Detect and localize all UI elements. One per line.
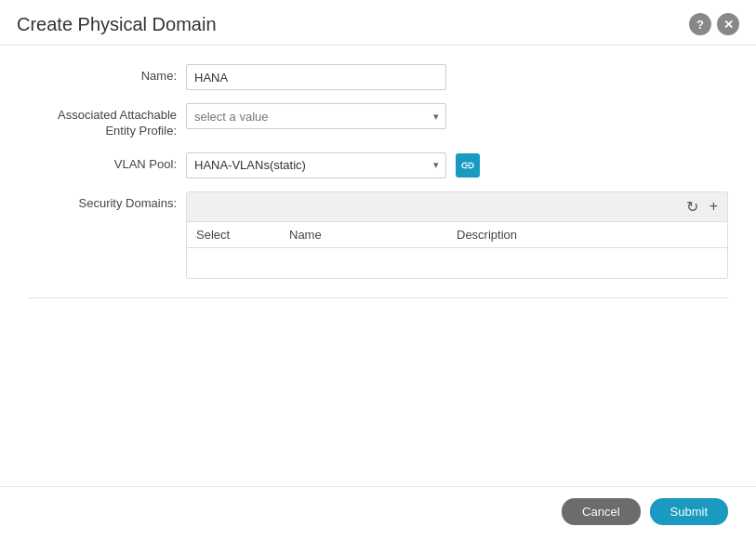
divider [28,297,728,298]
create-physical-domain-dialog: Create Physical Domain ? ✕ Name: Associa… [0,0,756,540]
security-table-head: Select Name Description [187,222,727,248]
refresh-icon: ↻ [686,198,698,216]
entity-profile-select-wrap: select a value ▾ [186,103,446,129]
security-table-wrap: ↻ + Select Name Descriptio [186,191,728,279]
dialog-footer: Cancel Submit [0,486,756,540]
help-button[interactable]: ? [689,13,711,35]
security-table-toolbar: ↻ + [187,192,727,222]
vlan-pool-label: VLAN Pool: [28,152,186,173]
vlan-pool-select-wrap: HANA-VLANs(static) ▾ [186,152,446,178]
header-icons: ? ✕ [689,13,739,35]
entity-profile-row: Associated Attachable Entity Profile: se… [28,103,728,139]
refresh-button[interactable]: ↻ [684,196,700,217]
entity-profile-label: Associated Attachable Entity Profile: [28,103,186,139]
dialog-title: Create Physical Domain [17,14,217,35]
vlan-pool-control-wrap: HANA-VLANs(static) ▾ [186,152,728,178]
name-label: Name: [28,64,186,85]
col-description: Description [447,222,727,248]
dialog-header: Create Physical Domain ? ✕ [0,0,756,46]
security-domains-label: Security Domains: [28,191,186,212]
add-button[interactable]: + [708,196,720,217]
col-select: Select [187,222,280,248]
cancel-button[interactable]: Cancel [562,498,640,525]
vlan-pool-link-button[interactable] [456,153,480,178]
entity-profile-control-wrap: select a value ▾ [186,103,728,129]
name-row: Name: [28,64,728,90]
dialog-body: Name: Associated Attachable Entity Profi… [0,46,756,486]
vlan-pool-select[interactable]: HANA-VLANs(static) [186,152,446,178]
security-table-container: Select Name Description [187,222,727,278]
entity-profile-select[interactable]: select a value [186,103,446,129]
name-input[interactable] [186,64,446,90]
security-table-header-row: Select Name Description [187,222,727,248]
submit-button[interactable]: Submit [650,498,728,525]
security-table: Select Name Description [187,222,727,248]
add-icon: + [710,198,718,215]
name-control-wrap [186,64,728,90]
security-domains-wrap: ↻ + Select Name Descriptio [186,191,728,279]
vlan-pool-row: VLAN Pool: HANA-VLANs(static) ▾ [28,152,728,178]
security-domains-row: Security Domains: ↻ + [28,191,728,279]
col-name: Name [280,222,447,248]
close-button[interactable]: ✕ [717,13,739,35]
